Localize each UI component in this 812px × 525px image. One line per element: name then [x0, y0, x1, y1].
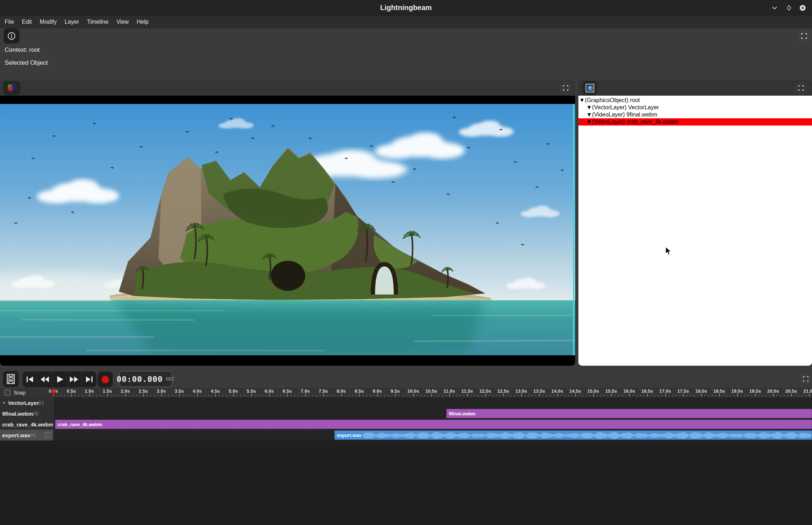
menubar: FileEditModifyLayerTimelineViewHelp [0, 15, 812, 28]
gridline [773, 397, 773, 408]
track-lane[interactable]: export.wav [53, 430, 812, 440]
ruler-tick [402, 394, 403, 397]
stage-expand-button[interactable] [560, 83, 571, 93]
ruler-tick [467, 393, 468, 397]
ruler-tick [262, 394, 263, 397]
ruler-tick [730, 394, 731, 397]
skip-end-button[interactable] [82, 371, 96, 387]
ruler-tick [518, 394, 518, 397]
ruler-tick [194, 394, 194, 397]
menu-item-view[interactable]: View [112, 15, 132, 28]
fullscreen-icon [798, 85, 804, 91]
window-title: Lightningbeam [0, 0, 812, 15]
clip-crab_rave_4k.webm[interactable]: crab_rave_4k.webm [55, 420, 812, 429]
menu-item-edit[interactable]: Edit [18, 15, 36, 28]
ruler-tick-label: 12.0s [479, 388, 491, 394]
ruler-tick [590, 394, 590, 397]
fast-forward-button[interactable] [67, 371, 82, 387]
track-lane[interactable]: 9final.webm [53, 408, 812, 419]
ruler-tick [150, 394, 151, 397]
ruler-tick [435, 394, 436, 397]
ruler-tick [474, 394, 475, 397]
menu-item-modify[interactable]: Modify [36, 15, 60, 28]
record-button[interactable] [98, 371, 113, 387]
gridline [629, 397, 630, 408]
clip-export.wav[interactable]: export.wav [334, 430, 812, 440]
ruler-tick [161, 393, 162, 397]
info-button[interactable] [4, 28, 19, 44]
ruler-tick-label: 8.5s [355, 388, 364, 394]
stage-canvas[interactable] [0, 96, 575, 366]
playhead-line[interactable] [53, 388, 54, 397]
ruler-tick [798, 394, 799, 397]
ruler-tick [708, 394, 709, 397]
timeline-ruler[interactable]: Snap 0.0s0.5s1.0s1.5s2.0s2.5s3.0s3.5s4.0… [0, 388, 812, 397]
tree-row[interactable]: ▼(GraphicsObject) root [578, 97, 812, 104]
stage-tools-button[interactable] [3, 81, 21, 95]
inspector-expand-button[interactable] [799, 31, 809, 41]
track-toggle-box[interactable]: - [45, 432, 51, 438]
track-lane[interactable]: crab_rave_4k.webm [53, 419, 812, 430]
menu-item-timeline[interactable]: Timeline [83, 15, 113, 28]
track-label[interactable]: crab_rave_4k.webm[S] [0, 419, 53, 430]
track-label[interactable]: export.wav[A]- [0, 430, 53, 440]
ruler-tick [132, 394, 133, 397]
track-label[interactable]: 9final.webm[S] [0, 408, 53, 419]
rewind-icon [40, 374, 50, 384]
ruler-tick [226, 394, 227, 397]
menu-item-layer[interactable]: Layer [60, 15, 83, 28]
ruler-tick [557, 393, 558, 397]
track-label[interactable]: ▼VectorLayer[L] [0, 397, 53, 408]
minimize-button[interactable] [770, 3, 780, 13]
ruler-tick-label: 11.0s [443, 388, 455, 394]
gridline [305, 408, 306, 419]
ruler-tick [464, 394, 464, 397]
rewind-button[interactable] [37, 371, 52, 387]
ruler-tick [737, 393, 738, 397]
scene-tree-header: ? [578, 80, 812, 96]
ruler-tick [406, 394, 407, 397]
play-button[interactable] [52, 371, 67, 387]
timecode-value: 00:00.000 [117, 375, 163, 384]
maximize-button[interactable] [784, 3, 794, 13]
close-button[interactable] [798, 3, 808, 13]
collapse-arrow-icon[interactable]: ▼ [2, 401, 6, 405]
ruler-tick [388, 394, 389, 397]
scene-tree-expand-button[interactable] [796, 83, 806, 93]
close-icon [799, 5, 806, 11]
ruler-tick [377, 393, 378, 397]
gridline [377, 397, 378, 408]
ruler-tick-label: 17.0s [659, 388, 671, 394]
ruler-tick [629, 393, 630, 397]
snap-checkbox[interactable] [4, 389, 10, 396]
menu-item-file[interactable]: File [1, 15, 18, 28]
tree-row[interactable]: ▼(VideoLayer) 9final.webm [578, 111, 812, 118]
ruler-tick [395, 393, 396, 397]
tree-row[interactable]: ▼(VideoLayer) crab_rave_4k.webm [578, 118, 812, 125]
ruler-tick [305, 393, 306, 397]
ruler-tick [608, 394, 608, 397]
skip-start-button[interactable] [23, 371, 37, 387]
ruler-tick [89, 393, 90, 397]
gridline [269, 408, 270, 419]
ruler-tick [546, 394, 547, 397]
ruler-tick [680, 394, 680, 397]
clip-9final.webm[interactable]: 9final.webm [446, 409, 812, 418]
film-button[interactable] [3, 371, 19, 387]
timeline-expand-button[interactable] [800, 374, 811, 384]
window-titlebar[interactable]: Lightningbeam [0, 0, 812, 15]
ruler-tick-label: 15.0s [587, 388, 599, 394]
menu-item-help[interactable]: Help [133, 15, 153, 28]
gridline [737, 397, 737, 408]
ruler-tick [604, 394, 605, 397]
track-lane[interactable] [53, 397, 812, 408]
ruler-tick [471, 394, 472, 397]
tree-row[interactable]: ▼(VectorLayer) VectorLayer [578, 104, 812, 111]
ruler-tick [294, 394, 295, 397]
ruler-tick-label: 3.0s [157, 388, 166, 394]
ruler-tick [532, 394, 533, 397]
ruler-tick [107, 393, 108, 397]
scene-tree-mode-button[interactable]: ? [583, 81, 597, 95]
gridline [125, 430, 126, 440]
gridline [269, 397, 270, 408]
